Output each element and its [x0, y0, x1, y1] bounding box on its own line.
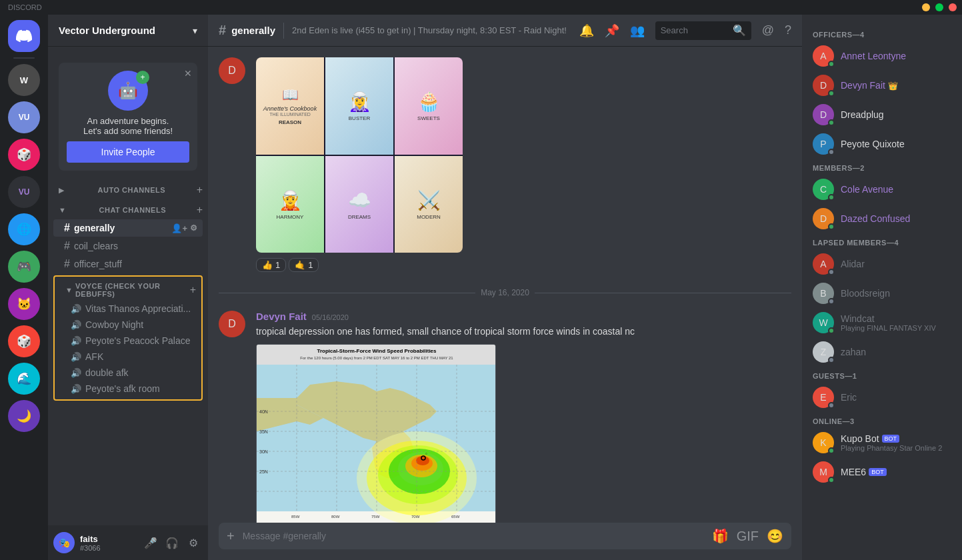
server-icon-10[interactable]: 🌙: [8, 400, 40, 432]
header-divider: [283, 23, 284, 39]
member-dazed-confused[interactable]: D Dazed Confused: [807, 204, 957, 233]
invite-people-button[interactable]: Invite People: [67, 141, 189, 163]
mute-button[interactable]: 🎤: [141, 533, 160, 552]
voyce-header[interactable]: ▼ VOYCE (CHECK YOUR DEBUFFS) +: [55, 279, 201, 301]
minimize-button[interactable]: [922, 3, 930, 11]
maximize-button[interactable]: [935, 3, 943, 11]
chat-channels-header[interactable]: ▼ CHAT CHANNELS +: [48, 201, 208, 219]
voice-name-peyote: Peyote's Peacock Palace: [85, 335, 191, 346]
invite-plus-icon: +: [136, 71, 149, 84]
server-name: Vector Underground: [59, 25, 155, 36]
search-input[interactable]: [661, 25, 730, 35]
voice-channel-afk[interactable]: 🔊 AFK: [55, 349, 201, 365]
settings-button[interactable]: ⚙: [184, 533, 203, 552]
status-dot-dazed: [828, 223, 835, 230]
member-zahan[interactable]: Z zahan: [807, 337, 957, 367]
member-cole-avenue[interactable]: C Cole Avenue: [807, 175, 957, 204]
at-icon[interactable]: @: [762, 23, 774, 37]
reaction-shaka[interactable]: 🤙1: [289, 258, 319, 272]
server-icon-6[interactable]: 🎮: [8, 251, 40, 283]
message-input[interactable]: [243, 523, 704, 549]
notification-bell-icon[interactable]: 🔔: [579, 23, 594, 38]
member-dreadplug[interactable]: D Dreadplug: [807, 100, 957, 129]
gift-button[interactable]: 🎁: [709, 523, 731, 549]
server-icon-4[interactable]: VU: [8, 176, 40, 208]
channel-generally[interactable]: # generally 👤+ ⚙: [53, 219, 203, 237]
text-channel-icon-3: #: [64, 258, 70, 270]
header-search[interactable]: 🔍: [655, 21, 751, 40]
member-info-dazed: Dazed Confused: [841, 213, 910, 224]
channel-topic: 2nd Eden is live (i455 to get in) | Thur…: [292, 25, 574, 35]
member-info-kupo: Kupo Bot BOT Playing Phantasy Star Onlin…: [841, 433, 942, 452]
invite-section: ✕ 🤖 + An adventure begins. Let's add som…: [48, 52, 208, 181]
member-avatar-eric: E: [813, 387, 834, 408]
member-name-kupo: Kupo Bot: [841, 433, 879, 444]
member-annet-leontyne[interactable]: A Annet Leontyne: [807, 41, 957, 71]
member-name-cole: Cole Avenue: [841, 184, 893, 195]
pin-icon[interactable]: 📌: [605, 23, 619, 38]
auto-channels-add-icon[interactable]: +: [197, 184, 203, 196]
settings-icon[interactable]: ⚙: [190, 223, 197, 233]
server-icon-9[interactable]: 🌊: [8, 363, 40, 395]
member-mee6[interactable]: M MEE6 BOT: [807, 457, 957, 487]
channel-officer-stuff[interactable]: # officer_stuff: [53, 255, 203, 273]
text-channel-icon-2: #: [64, 240, 70, 252]
add-member-icon[interactable]: 👤+: [171, 223, 187, 233]
member-alidar[interactable]: A Alidar: [807, 249, 957, 279]
server-icon-5[interactable]: 🌐: [8, 213, 40, 245]
voice-name-afk: AFK: [85, 351, 103, 362]
channel-hash-icon: #: [219, 23, 226, 38]
voice-icon-peyote-afk: 🔊: [71, 384, 81, 394]
status-dot-windcat: [828, 327, 835, 334]
voice-channel-cowboy[interactable]: 🔊 Cowboy Night: [55, 317, 201, 333]
message-avatar-2: D: [219, 311, 245, 337]
server-icon-2[interactable]: VU: [8, 101, 40, 133]
channel-sidebar: Vector Underground ▾ ✕ 🤖 + An adventure …: [48, 15, 208, 560]
chat-channels-add-icon[interactable]: +: [197, 204, 203, 216]
voice-channel-peyote[interactable]: 🔊 Peyote's Peacock Palace: [55, 333, 201, 349]
voice-name-vitas: Vitas Thanos Appreciati...: [85, 303, 191, 314]
message-author-2: Devyn Fait: [256, 311, 307, 322]
section-voyce: ▼ VOYCE (CHECK YOUR DEBUFFS) + 🔊 Vitas T…: [53, 275, 203, 401]
member-kupo-bot[interactable]: K Kupo Bot BOT Playing Phantasy Star Onl…: [807, 428, 957, 457]
discord-home-icon[interactable]: [8, 20, 40, 52]
server-icon-3[interactable]: 🎲: [8, 139, 40, 171]
member-avatar-zahan: Z: [813, 341, 834, 363]
member-avatar-peyote: P: [813, 133, 834, 155]
voice-channel-vitas[interactable]: 🔊 Vitas Thanos Appreciati...: [55, 301, 201, 317]
attachment-button[interactable]: +: [224, 523, 237, 549]
server-icon-7[interactable]: 🐱: [8, 288, 40, 320]
member-bloodsreign[interactable]: B Bloodsreign: [807, 279, 957, 308]
member-avatar-windcat: W: [813, 312, 834, 333]
close-button[interactable]: [949, 3, 957, 11]
member-subtext-windcat: Playing FINAL FANTASY XIV: [841, 324, 936, 332]
auto-channels-header[interactable]: ▶ AUTO CHANNELS +: [48, 181, 208, 199]
gif-button[interactable]: GIF: [734, 523, 761, 549]
deafen-button[interactable]: 🎧: [163, 533, 181, 552]
members-icon[interactable]: 👥: [630, 23, 645, 38]
member-peyote-quixote[interactable]: P Peyote Quixote: [807, 129, 957, 159]
channel-coil-clears[interactable]: # coil_clears: [53, 237, 203, 255]
reaction-thumbsup[interactable]: 👍1: [256, 258, 286, 272]
lapsed-section-title: LAPSED MEMBERS—4: [807, 233, 957, 249]
member-devyn-fait[interactable]: D Devyn Fait 👑: [807, 71, 957, 100]
voyce-add-icon[interactable]: +: [190, 284, 196, 296]
channel-name-coil: coil_clears: [74, 241, 197, 251]
server-chevron-icon: ▾: [193, 25, 197, 36]
member-info-devyn: Devyn Fait 👑: [841, 80, 898, 91]
member-windcat[interactable]: W Windcat Playing FINAL FANTASY XIV: [807, 308, 957, 337]
help-icon[interactable]: ?: [785, 23, 791, 37]
voice-channel-double-afk[interactable]: 🔊 double afk: [55, 365, 201, 381]
server-icon-1[interactable]: W: [8, 64, 40, 96]
svg-text:35N: 35N: [259, 429, 268, 434]
server-icon-8[interactable]: 🎲: [8, 325, 40, 357]
voyce-title: VOYCE (CHECK YOUR DEBUFFS): [75, 282, 190, 298]
messages-area: D 📖 Annette's Cookbook THE ILLUMINATED R…: [208, 47, 802, 523]
server-header[interactable]: Vector Underground ▾: [48, 15, 208, 47]
emoji-button[interactable]: 😊: [764, 523, 786, 549]
member-eric[interactable]: E Eric: [807, 383, 957, 412]
divider-line-right: [535, 293, 791, 293]
main-content: # generally 2nd Eden is live (i455 to ge…: [208, 15, 802, 560]
member-name-dazed: Dazed Confused: [841, 213, 910, 224]
voice-channel-peyote-afk[interactable]: 🔊 Peyote's afk room: [55, 381, 201, 397]
